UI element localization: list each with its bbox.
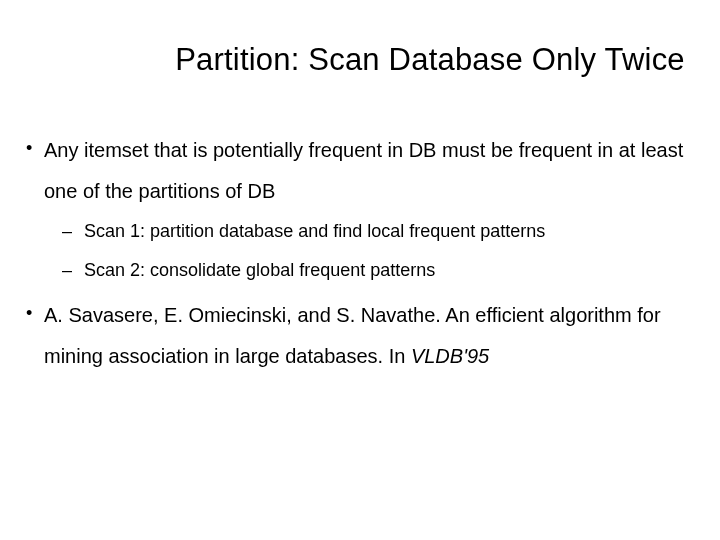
bullet-item: A. Savasere, E. Omiecinski, and S. Navat… <box>22 295 690 377</box>
bullet-list: Any itemset that is potentially frequent… <box>22 130 690 377</box>
sub-bullet-text: Scan 1: partition database and find loca… <box>84 221 545 241</box>
sub-bullet-item: Scan 1: partition database and find loca… <box>44 212 690 251</box>
slide: Partition: Scan Database Only Twice Any … <box>0 0 720 540</box>
sub-bullet-item: Scan 2: consolidate global frequent patt… <box>44 251 690 290</box>
bullet-item: Any itemset that is potentially frequent… <box>22 130 690 289</box>
bullet-text: Any itemset that is potentially frequent… <box>44 139 683 202</box>
citation-authors: A. Savasere, E. Omiecinski, and S. Navat… <box>44 304 445 326</box>
citation-post: . In <box>378 345 411 367</box>
citation-venue: VLDB'95 <box>411 345 489 367</box>
slide-body: Any itemset that is potentially frequent… <box>22 130 690 383</box>
slide-title: Partition: Scan Database Only Twice <box>0 42 720 78</box>
sub-bullet-text: Scan 2: consolidate global frequent patt… <box>84 260 435 280</box>
sub-bullet-list: Scan 1: partition database and find loca… <box>44 212 690 289</box>
